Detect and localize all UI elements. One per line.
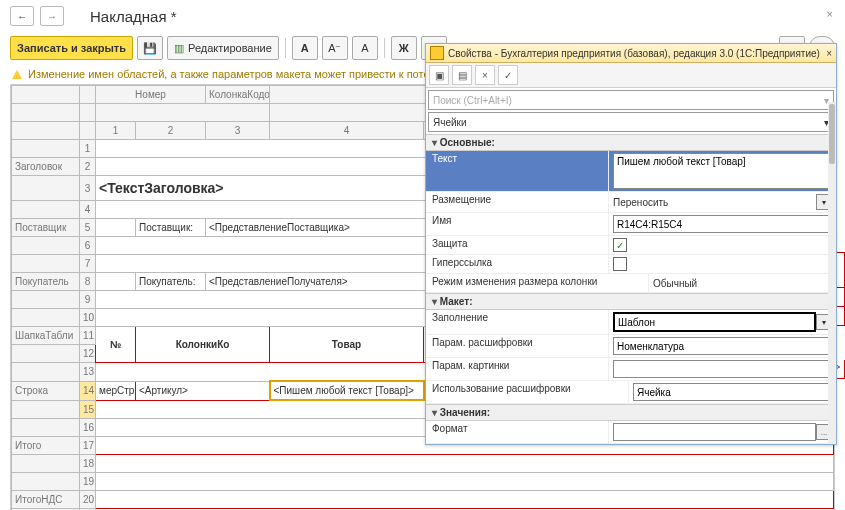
- properties-scope-combo[interactable]: Ячейки▾: [428, 112, 834, 132]
- nav-forward[interactable]: →: [40, 6, 64, 26]
- font-smaller-button[interactable]: A⁻: [322, 36, 348, 60]
- page-title: Накладная *: [70, 8, 177, 25]
- checkbox-unchecked-icon[interactable]: [613, 257, 627, 271]
- prop-placement[interactable]: Размещение Переносить▾: [426, 192, 836, 213]
- close-icon[interactable]: ×: [827, 8, 833, 20]
- warning-icon: [12, 70, 22, 79]
- properties-search[interactable]: Поиск (Ctrl+Alt+I)▾: [428, 90, 834, 110]
- panel-tool-clear[interactable]: ×: [475, 65, 495, 85]
- prop-pic-param[interactable]: Парам. картинки: [426, 358, 836, 381]
- save-button[interactable]: 💾: [137, 36, 163, 60]
- save-and-close-button[interactable]: Записать и закрыть: [10, 36, 133, 60]
- panel-tool-1[interactable]: ▣: [429, 65, 449, 85]
- panel-tool-2[interactable]: ▤: [452, 65, 472, 85]
- edit-button[interactable]: ▥Редактирование: [167, 36, 279, 60]
- section-values[interactable]: Значения:: [426, 404, 836, 421]
- nav-back[interactable]: ←: [10, 6, 34, 26]
- prop-text[interactable]: Текст Пишем любой текст [Товар]: [426, 151, 836, 192]
- prop-name[interactable]: Имя R14C4:R15C4: [426, 213, 836, 236]
- prop-fill[interactable]: Заполнение Шаблон▾: [426, 310, 836, 335]
- section-main[interactable]: Основные:: [426, 134, 836, 151]
- app-icon: [430, 46, 444, 60]
- font-a-button[interactable]: A: [292, 36, 318, 60]
- selected-cell[interactable]: <Пишем любой текст [Товар]>: [270, 381, 424, 400]
- properties-titlebar[interactable]: Свойства - Бухгалтерия предприятия (базо…: [426, 44, 836, 63]
- properties-panel[interactable]: Свойства - Бухгалтерия предприятия (базо…: [425, 43, 837, 445]
- bold-button[interactable]: Ж: [391, 36, 417, 60]
- checkbox-checked-icon[interactable]: ✓: [613, 238, 627, 252]
- section-layout[interactable]: Макет:: [426, 293, 836, 310]
- prop-use-detail[interactable]: Использование расшифровки Ячейка: [426, 381, 836, 404]
- prop-hyperlink[interactable]: Гиперссылка: [426, 255, 836, 274]
- prop-detail-param[interactable]: Парам. расшифровки Номенклатура: [426, 335, 836, 358]
- panel-close-icon[interactable]: ×: [826, 48, 832, 59]
- panel-tool-apply[interactable]: ✓: [498, 65, 518, 85]
- font-larger-button[interactable]: A: [352, 36, 378, 60]
- prop-column-resize[interactable]: Режим изменения размера колонки Обычный: [426, 274, 836, 293]
- prop-format[interactable]: Формат ...: [426, 421, 836, 444]
- panel-v-scrollbar[interactable]: [828, 102, 836, 444]
- prop-protect[interactable]: Защита ✓: [426, 236, 836, 255]
